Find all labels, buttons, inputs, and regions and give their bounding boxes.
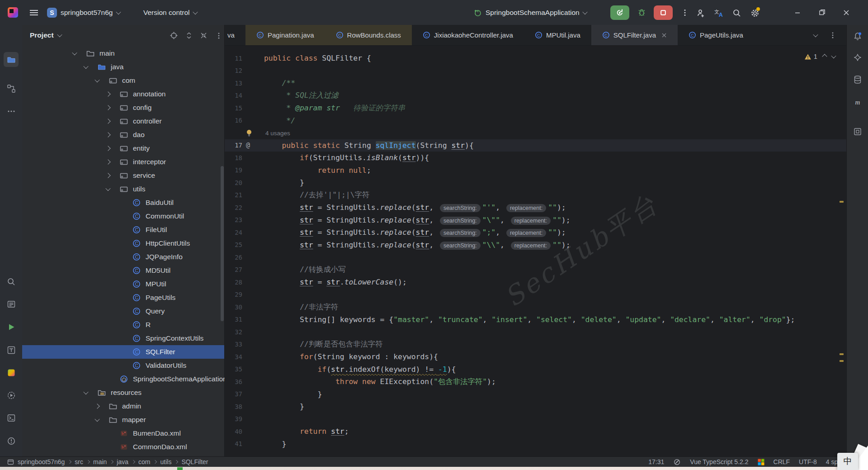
scrollbar-warning-mark[interactable] — [840, 360, 844, 362]
maven-icon[interactable]: m — [850, 95, 865, 109]
tree-scrollbar-thumb[interactable] — [221, 166, 224, 321]
editor-tab-rowbounds-class[interactable]: CRowBounds.class — [325, 25, 412, 45]
breadcrumb-item[interactable]: java — [117, 458, 128, 465]
tree-item-pageutils[interactable]: CPageUtils — [22, 291, 224, 304]
chevron-right-icon[interactable] — [105, 105, 110, 110]
expand-all-icon[interactable] — [184, 31, 193, 40]
tab-partial[interactable]: va — [225, 25, 245, 45]
translate-icon[interactable]: 文A — [714, 9, 722, 17]
breadcrumb-item[interactable]: com — [138, 458, 150, 465]
tree-item-dao[interactable]: dao — [22, 128, 224, 142]
chevron-down-icon[interactable] — [83, 64, 88, 69]
tree-item-resources[interactable]: resources — [22, 386, 224, 399]
encoding-widget[interactable]: UTF-8 — [799, 458, 817, 465]
editor-tab-jixiaokaohecontroller-java[interactable]: CJixiaokaoheController.java — [412, 25, 524, 45]
tree-item-com[interactable]: com — [22, 74, 224, 87]
chevron-down-icon[interactable] — [105, 186, 110, 191]
caret-position-widget[interactable]: 17:31 — [648, 458, 664, 465]
breadcrumb-item[interactable]: SQLFilter — [181, 458, 208, 465]
problems-icon[interactable] — [4, 433, 19, 448]
ai-assistant-icon[interactable] — [850, 50, 865, 65]
notifications-bell-icon[interactable] — [850, 28, 865, 43]
find-icon[interactable] — [4, 297, 19, 312]
language-widget[interactable]: Vue TypeScript 5.2.2 — [690, 458, 748, 465]
chevron-right-icon[interactable] — [94, 404, 99, 408]
tree-item-annotation[interactable]: annotation — [22, 87, 224, 101]
main-menu-button[interactable] — [26, 0, 42, 25]
database-icon[interactable] — [850, 72, 865, 87]
tree-item-utils[interactable]: utils — [22, 182, 224, 196]
usages-hint[interactable]: 4 usages — [265, 130, 290, 137]
run-configuration-widget[interactable]: SpringbootSchemaApplication — [474, 0, 587, 25]
close-tab-icon[interactable] — [661, 33, 667, 38]
scrollbar-warning-mark[interactable] — [840, 353, 844, 355]
rerun-button[interactable] — [610, 5, 629, 20]
tree-item-baiduutil[interactable]: CBaiduUtil — [22, 196, 224, 209]
tree-item-validatorutils[interactable]: CValidatorUtils — [22, 359, 224, 372]
code-with-me-icon[interactable] — [696, 9, 704, 17]
search-icon[interactable] — [4, 274, 19, 289]
tree-item-service[interactable]: service — [22, 169, 224, 182]
tree-item-bumendao-xml[interactable]: BumenDao.xml — [22, 427, 224, 440]
editor-tab-pagination-java[interactable]: CPagination.java — [245, 25, 325, 45]
tree-item-query[interactable]: CQuery — [22, 304, 224, 318]
tree-item-jqpageinfo[interactable]: CJQPageInfo — [22, 250, 224, 264]
debug-button[interactable] — [632, 5, 651, 20]
chevron-right-icon[interactable] — [105, 173, 110, 178]
chevron-down-icon[interactable] — [94, 77, 99, 82]
tree-item-config[interactable]: config — [22, 101, 224, 114]
chevron-right-icon[interactable] — [105, 91, 110, 96]
more-tool-windows-icon[interactable] — [4, 104, 19, 119]
tab-list-chevron-icon[interactable] — [813, 32, 818, 37]
stop-button[interactable] — [654, 5, 673, 20]
code-viewport[interactable]: 11public class SQLFilter {1213 /**14 * S… — [225, 46, 846, 450]
chevron-right-icon[interactable] — [105, 146, 110, 151]
panel-more-icon[interactable] — [214, 31, 223, 40]
breadcrumb-item[interactable]: src — [75, 458, 83, 465]
structure-icon[interactable] — [4, 81, 19, 96]
tree-item-interceptor[interactable]: interceptor — [22, 155, 224, 169]
tree-item-r[interactable]: CR — [22, 318, 224, 332]
services-icon[interactable] — [4, 388, 19, 403]
tree-item-springcontextutils[interactable]: CSpringContextUtils — [22, 332, 224, 345]
tree-item-controller[interactable]: controller — [22, 114, 224, 128]
chevron-down-icon[interactable] — [72, 50, 77, 55]
tree-item-sqlfilter[interactable]: CSQLFilter — [22, 345, 224, 359]
tree-item-md5util[interactable]: CMD5Util — [22, 264, 224, 277]
line-ending-widget[interactable]: CRLF — [774, 458, 790, 465]
tab-options-kebab-icon[interactable] — [829, 32, 836, 39]
more-run-options-button[interactable] — [675, 5, 694, 20]
chevron-right-icon[interactable] — [105, 119, 110, 123]
tree-item-httpclientutils[interactable]: CHttpClientUtils — [22, 237, 224, 250]
tree-item-java[interactable]: java — [22, 60, 224, 74]
tree-item-mapper[interactable]: mapper — [22, 413, 224, 427]
settings-gear-icon[interactable] — [750, 9, 759, 17]
tree-item-commonutil[interactable]: CCommonUtil — [22, 209, 224, 223]
tree-item-mputil[interactable]: CMPUtil — [22, 277, 224, 291]
chevron-down-icon[interactable] — [94, 417, 99, 422]
tree-item-commondao-xml[interactable]: CommonDao.xml — [22, 440, 224, 454]
plugin-icon[interactable] — [4, 365, 19, 380]
breadcrumb-item[interactable]: springboot57n6g — [18, 458, 65, 465]
intention-bulb-icon[interactable] — [242, 129, 264, 137]
run-icon[interactable] — [4, 319, 19, 334]
vcs-widget[interactable]: Version control — [143, 0, 197, 25]
breadcrumb-item[interactable]: utils — [160, 458, 171, 465]
chevron-right-icon[interactable] — [105, 159, 110, 164]
collapse-all-icon[interactable] — [199, 31, 208, 40]
search-everywhere-icon[interactable] — [732, 9, 741, 17]
chevron-down-icon[interactable] — [83, 389, 88, 394]
project-widget[interactable]: S springboot57n6g — [47, 0, 120, 25]
editor-tab-mputil-java[interactable]: CMPUtil.java — [524, 25, 591, 45]
terminal-icon[interactable] — [4, 410, 19, 425]
inspections-widget[interactable]: 1 — [804, 50, 835, 63]
tree-item-admin[interactable]: admin — [22, 399, 224, 413]
tree-item-entity[interactable]: entity — [22, 142, 224, 155]
tree-item-fileutil[interactable]: CFileUtil — [22, 223, 224, 237]
tree-item-springbootschemaapplication[interactable]: SpringbootSchemaApplication — [22, 372, 224, 386]
highlighting-level-icon[interactable] — [673, 458, 681, 466]
project-folder-icon[interactable] — [4, 52, 19, 67]
todo-icon[interactable] — [4, 342, 19, 357]
scrollbar-warning-mark[interactable] — [840, 201, 844, 203]
breadcrumb-item[interactable]: main — [93, 458, 107, 465]
